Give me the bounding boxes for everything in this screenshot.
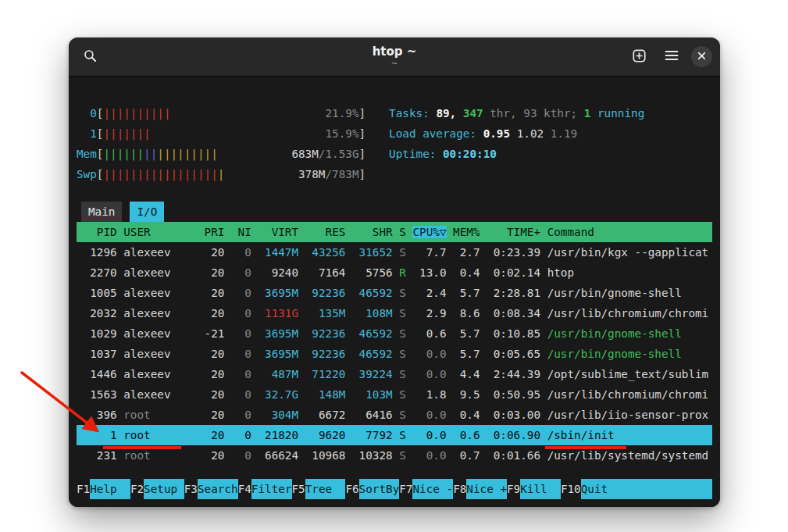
stat-text: Tasks:: [389, 107, 436, 120]
tab-main[interactable]: Main: [81, 202, 122, 222]
cell-pri: 20: [198, 388, 224, 401]
fn-item-f10[interactable]: F10Quit: [561, 479, 712, 499]
stat-text: Load average:: [389, 127, 483, 140]
process-row[interactable]: 1296 alexeev 20 0 1447M 43256 31652 S 7.…: [77, 242, 712, 262]
meter-value: 15.9%: [325, 123, 358, 144]
cell-time: 0:06.90: [487, 429, 540, 441]
cell-mem: 9.5: [453, 388, 480, 401]
cell-cpu: 2.4: [412, 287, 446, 299]
process-row[interactable]: 396 root 20 0 304M 6672 6416 S 0.0 0.4 0…: [77, 405, 712, 425]
window-subtitle: ~: [373, 59, 417, 69]
cell-shr: 5756: [352, 266, 393, 279]
window-title: htop ~: [373, 45, 417, 59]
column-header-virt[interactable]: VIRT: [258, 226, 298, 238]
cell-ni: 0: [231, 388, 251, 401]
fn-item-f1[interactable]: F1Help: [77, 479, 130, 499]
cell-cpu: 13.0: [412, 266, 446, 279]
meter-close-bracket: ]: [359, 148, 366, 160]
fn-item-f7[interactable]: F7Nice -: [399, 479, 453, 499]
process-row[interactable]: 231 root 20 0 66624 10968 10328 S 0.0 0.…: [77, 445, 712, 466]
cell-res: 92236: [305, 327, 346, 340]
cell-user: root: [123, 409, 191, 421]
process-row[interactable]: 1029 alexeev -21 0 3695M 92236 46592 S 0…: [77, 323, 712, 344]
column-header-cpu[interactable]: CPU%▽: [412, 226, 446, 238]
process-row[interactable]: 2032 alexeev 20 0 1131G 135M 108M S 2.9 …: [77, 303, 712, 323]
cell-cpu: 2.9: [412, 307, 446, 320]
meter-label: Mem: [77, 144, 97, 164]
process-row[interactable]: 1446 alexeev 20 0 487M 71220 39224 S 0.0…: [77, 364, 712, 384]
header-stats: Tasks: 89, 347 thr, 93 kthr; 1 runningLo…: [389, 103, 644, 184]
fn-item-f5[interactable]: F5Tree: [292, 479, 346, 499]
screen-tabs: Main I/O: [77, 202, 712, 222]
column-header-state[interactable]: S: [399, 226, 406, 238]
menu-button[interactable]: [658, 44, 685, 70]
process-row[interactable]: 1563 alexeev 20 0 32.7G 148M 103M S 1.8 …: [77, 384, 712, 405]
cell-command: /usr/lib/chromium/chromi: [547, 388, 709, 401]
cell-shr: 108M: [352, 307, 393, 320]
cell-user: alexeev: [123, 368, 191, 380]
meter-bar-segment: |||||||: [103, 127, 150, 140]
column-header-command[interactable]: Command: [547, 226, 594, 238]
cell-res: 10968: [305, 449, 346, 462]
cell-shr: 39224: [352, 368, 393, 380]
cell-mem: 0.7: [453, 449, 480, 462]
fn-key-label: F6: [345, 479, 358, 499]
process-row[interactable]: 2270 alexeev 20 0 9240 7164 5756 R 13.0 …: [77, 262, 712, 283]
meter-bar-segment: |||||||||||||||||: [103, 168, 217, 180]
cell-pid: 1296: [77, 246, 117, 259]
column-header-pid[interactable]: PID: [77, 226, 117, 238]
cell-ni: 0: [231, 327, 251, 340]
close-button[interactable]: [691, 46, 712, 67]
meter-label: 1: [77, 123, 97, 144]
fn-item-f2[interactable]: F2Setup: [130, 479, 184, 499]
column-header-time[interactable]: TIME+: [487, 226, 540, 238]
stat-text: 89,: [436, 107, 462, 120]
cell-state: S: [399, 348, 406, 360]
cell-pid: 231: [77, 449, 117, 462]
process-row[interactable]: 1005 alexeev 20 0 3695M 92236 46592 S 2.…: [77, 283, 712, 303]
fn-action-label: Kill: [520, 479, 561, 499]
cell-command: /usr/bin/gnome-shell: [547, 327, 682, 340]
column-header-mem[interactable]: MEM%: [453, 226, 480, 238]
fn-item-f8[interactable]: F8Nice +: [453, 479, 507, 499]
cell-command: /usr/bin/kgx --gapplicat: [547, 246, 709, 259]
cell-time: 0:10.85: [487, 327, 540, 340]
process-row-selected[interactable]: 1 root 20 0 21820 9620 7792 S 0.0 0.6 0:…: [77, 425, 712, 445]
cell-ni: 0: [231, 429, 251, 441]
cell-shr: 103M: [352, 388, 393, 401]
search-icon: [84, 49, 97, 65]
column-header-ni[interactable]: NI: [231, 226, 251, 238]
cell-virt: 3695M: [258, 327, 298, 340]
htop-header: 0[||||||||||21.9%]1[|||||||15.9%]Mem[|||…: [77, 103, 712, 184]
process-row[interactable]: 1037 alexeev 20 0 3695M 92236 46592 S 0.…: [77, 344, 712, 364]
meter-value-text: 683M: [291, 148, 318, 160]
fn-action-label: Search: [198, 479, 238, 499]
fn-item-f4[interactable]: F4Filter: [238, 479, 292, 499]
search-button[interactable]: [77, 44, 103, 70]
fn-action-label: Help: [90, 479, 130, 499]
titlebar: htop ~ ~: [69, 37, 720, 77]
meter-close-bracket: ]: [359, 168, 366, 180]
cell-command: /sbin/init: [547, 429, 615, 441]
fn-item-f3[interactable]: F3Search: [184, 479, 238, 499]
column-header-pri[interactable]: PRI: [198, 226, 224, 238]
meter-open-bracket: [: [97, 148, 104, 160]
column-header-res[interactable]: RES: [305, 226, 346, 238]
cell-mem: 0.6: [453, 429, 480, 441]
tab-io[interactable]: I/O: [130, 202, 164, 222]
cell-cpu: 0.0: [412, 368, 446, 380]
cell-time: 2:44.39: [487, 368, 540, 380]
fn-item-f6[interactable]: F6SortBy: [345, 479, 399, 499]
cell-virt: 3695M: [258, 348, 298, 360]
cell-cpu: 1.8: [412, 388, 446, 401]
fn-key-label: F1: [77, 479, 90, 499]
cell-pri: 20: [198, 246, 224, 259]
column-header-shr[interactable]: SHR: [352, 226, 393, 238]
new-tab-button[interactable]: [626, 44, 652, 70]
fn-item-f9[interactable]: F9Kill: [507, 479, 561, 499]
cell-cpu: 0.0: [412, 429, 446, 441]
stat-text: 00:20:10: [443, 148, 497, 160]
cell-res: 43256: [305, 246, 346, 259]
cell-pid: 1005: [77, 287, 117, 299]
column-header-user[interactable]: USER: [123, 226, 191, 238]
